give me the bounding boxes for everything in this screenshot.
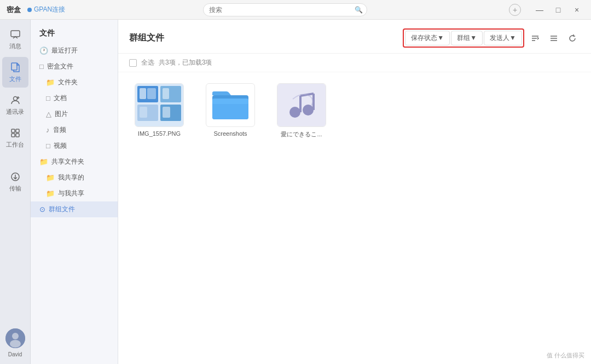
svg-rect-27 bbox=[140, 107, 147, 118]
tree-label-shared-folder: 共享文件夹 bbox=[51, 157, 84, 166]
tree-item-recent[interactable]: 🕐 最近打开 bbox=[31, 43, 118, 59]
svg-point-34 bbox=[303, 105, 314, 115]
sidebar-label-messages: 消息 bbox=[9, 42, 21, 50]
svg-point-11 bbox=[12, 333, 19, 339]
app-name: 密盒 bbox=[7, 5, 21, 15]
video-icon: □ bbox=[46, 142, 50, 150]
sidebar-item-files[interactable]: 文件 bbox=[2, 57, 28, 88]
content-toolbar: 保存状态▼ 群组▼ 发送人▼ bbox=[403, 28, 580, 48]
shared-icon: 📁 bbox=[39, 158, 48, 166]
folder-icon-small: 📁 bbox=[46, 78, 55, 86]
svg-rect-5 bbox=[11, 129, 15, 132]
close-button[interactable]: × bbox=[569, 2, 584, 18]
audio-icon: ♪ bbox=[46, 126, 50, 134]
item-count: 共3项，已加载3项 bbox=[159, 58, 212, 67]
filter-sender[interactable]: 发送人▼ bbox=[484, 31, 522, 45]
tree-item-images[interactable]: △ 图片 bbox=[31, 106, 118, 122]
svg-rect-26 bbox=[163, 88, 169, 99]
tree-label-docs: 文档 bbox=[54, 94, 67, 103]
shared-with-me-icon: 📁 bbox=[46, 189, 55, 198]
my-shared-icon: 📁 bbox=[46, 174, 55, 182]
icon-sidebar: 消息 文件 通讯录 bbox=[0, 20, 31, 364]
tree-item-vault[interactable]: □ 密盒文件 bbox=[31, 59, 118, 74]
content-title: 群组文件 bbox=[129, 32, 164, 44]
file-item-folder[interactable]: Screenshots bbox=[200, 83, 260, 138]
connection-status: GPAN连接 bbox=[27, 5, 65, 14]
content-subheader: 全选 共3项，已加载3项 bbox=[118, 54, 591, 72]
workbench-icon bbox=[9, 127, 21, 139]
minimize-button[interactable]: — bbox=[532, 2, 547, 18]
search-bar[interactable]: 🔍 bbox=[203, 3, 367, 16]
filter-toolbar-highlighted: 保存状态▼ 群组▼ 发送人▼ bbox=[403, 28, 524, 48]
select-all-checkbox[interactable] bbox=[129, 59, 137, 67]
sidebar-label-transfer: 传输 bbox=[9, 184, 21, 193]
sidebar-item-workbench[interactable]: 工作台 bbox=[2, 123, 28, 153]
tree-label-my-shared: 我共享的 bbox=[58, 173, 84, 182]
title-bar-left: 密盒 GPAN连接 bbox=[7, 5, 65, 15]
file-thumb-img bbox=[135, 83, 184, 127]
tree-label-recent: 最近打开 bbox=[51, 46, 78, 55]
tree-item-video[interactable]: □ 视频 bbox=[31, 138, 118, 154]
tree-item-shared-with-me[interactable]: 📁 与我共享 bbox=[31, 186, 118, 201]
filter-group[interactable]: 群组▼ bbox=[451, 31, 483, 45]
search-input[interactable] bbox=[203, 3, 367, 16]
doc-icon: □ bbox=[46, 94, 50, 102]
sort-button[interactable] bbox=[528, 31, 543, 46]
box-icon: □ bbox=[39, 62, 44, 71]
tree-label-audio: 音频 bbox=[53, 125, 66, 135]
file-item-img[interactable]: IMG_1557.PNG bbox=[129, 83, 189, 138]
sidebar-item-messages[interactable]: 消息 bbox=[2, 24, 28, 55]
file-grid: IMG_1557.PNG Screenshots bbox=[118, 72, 591, 364]
svg-point-2 bbox=[13, 97, 17, 101]
sidebar-label-contacts: 通讯录 bbox=[6, 108, 24, 116]
tree-item-my-shared[interactable]: 📁 我共享的 bbox=[31, 170, 118, 186]
file-name-music: 愛にできるこ... bbox=[281, 130, 322, 138]
main-layout: 消息 文件 通讯录 bbox=[0, 20, 591, 364]
file-icon bbox=[9, 61, 21, 73]
file-thumb-folder bbox=[206, 83, 255, 127]
transfer-icon bbox=[9, 171, 21, 183]
tree-label-shared-with-me: 与我共享 bbox=[58, 189, 84, 198]
svg-rect-8 bbox=[16, 134, 19, 137]
list-view-button[interactable] bbox=[546, 31, 561, 46]
content-header: 群组文件 保存状态▼ 群组▼ 发送人▼ bbox=[118, 20, 591, 54]
sidebar-item-transfer[interactable]: 传输 bbox=[2, 166, 28, 197]
file-item-music[interactable]: 愛にできるこ... bbox=[271, 83, 332, 138]
svg-rect-28 bbox=[163, 107, 170, 118]
avatar[interactable] bbox=[5, 328, 25, 348]
svg-rect-25 bbox=[147, 88, 156, 99]
tree-label-vault: 密盒文件 bbox=[47, 62, 73, 71]
tree-item-folder[interactable]: 📁 文件夹 bbox=[31, 74, 118, 90]
svg-rect-31 bbox=[212, 99, 248, 104]
svg-point-12 bbox=[10, 340, 21, 348]
svg-point-33 bbox=[289, 107, 300, 118]
file-thumb-music bbox=[277, 83, 326, 127]
tree-label-video: 视频 bbox=[54, 141, 67, 151]
tree-label-images: 图片 bbox=[55, 109, 68, 119]
clock-icon: 🕐 bbox=[39, 47, 48, 55]
tree-panel: 文件 🕐 最近打开 □ 密盒文件 📁 文件夹 □ 文档 △ 图片 ♪ 音频 □ … bbox=[31, 20, 118, 364]
tree-label-group-files: 群组文件 bbox=[49, 205, 75, 214]
maximize-button[interactable]: □ bbox=[551, 2, 566, 18]
sidebar-bottom: David bbox=[5, 328, 25, 364]
tree-item-group-files[interactable]: ⊙ 群组文件 bbox=[31, 201, 118, 217]
tree-item-docs[interactable]: □ 文档 bbox=[31, 90, 118, 106]
add-button[interactable]: + bbox=[509, 4, 521, 16]
content-area: 群组文件 保存状态▼ 群组▼ 发送人▼ bbox=[118, 20, 591, 364]
svg-rect-24 bbox=[140, 88, 146, 99]
tree-item-audio[interactable]: ♪ 音频 bbox=[31, 122, 118, 138]
tree-section-title: 文件 bbox=[31, 26, 118, 43]
sidebar-item-contacts[interactable]: 通讯录 bbox=[2, 90, 28, 120]
svg-rect-7 bbox=[11, 134, 15, 137]
refresh-button[interactable] bbox=[565, 31, 580, 46]
svg-rect-6 bbox=[16, 129, 19, 132]
file-name-folder: Screenshots bbox=[213, 130, 247, 137]
search-icon: 🔍 bbox=[355, 6, 363, 14]
filter-save-status[interactable]: 保存状态▼ bbox=[405, 31, 450, 45]
title-bar: 密盒 GPAN连接 🔍 + — □ × bbox=[0, 0, 591, 20]
sidebar-label-files: 文件 bbox=[9, 75, 21, 83]
tree-item-shared-folder[interactable]: 📁 共享文件夹 bbox=[31, 154, 118, 170]
select-all-label: 全选 bbox=[141, 58, 154, 67]
conn-dot bbox=[27, 8, 32, 12]
group-icon: ⊙ bbox=[39, 205, 45, 213]
